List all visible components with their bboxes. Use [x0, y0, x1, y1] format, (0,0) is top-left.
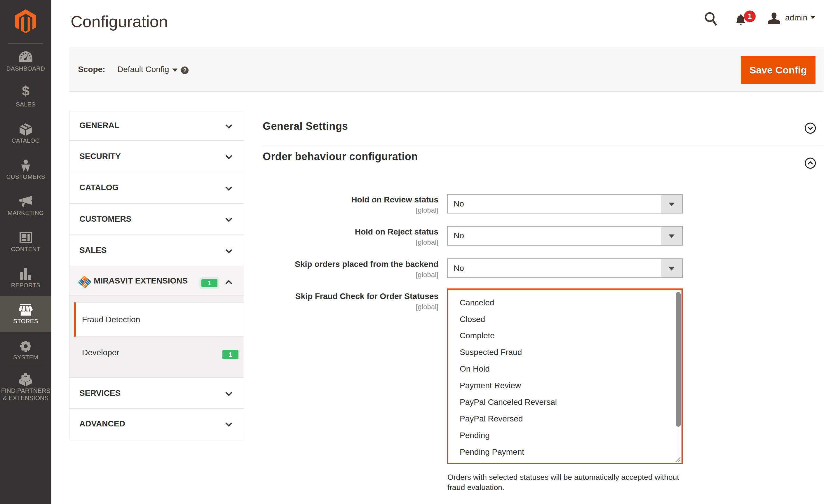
- svg-text:$: $: [22, 86, 30, 98]
